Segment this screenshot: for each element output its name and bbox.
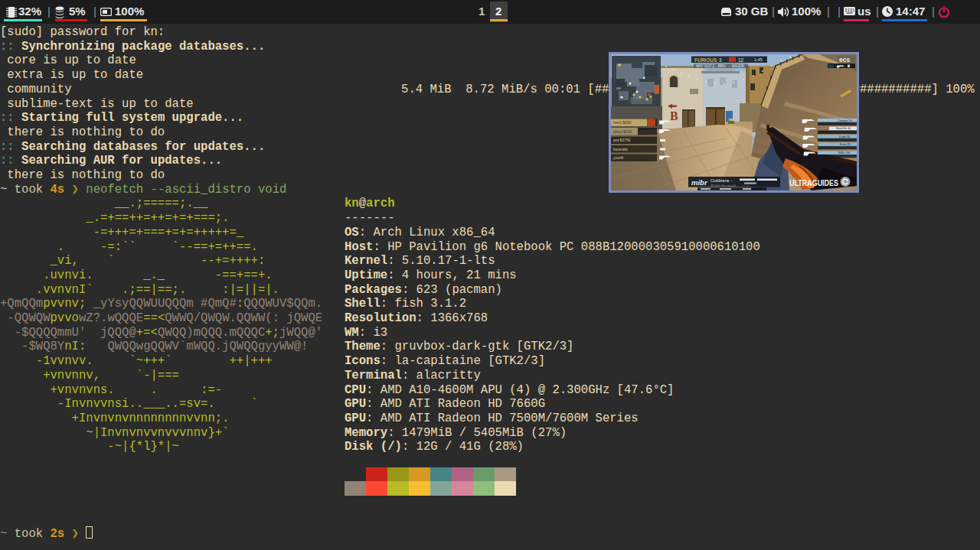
svg-text:hen1 $650: hen1 $650	[613, 120, 632, 125]
svg-text:12: 12	[738, 57, 744, 63]
svg-text:FURIOUS: FURIOUS	[694, 57, 717, 63]
svg-text:Evos 29: Evos 29	[840, 143, 851, 146]
svg-text:ULTRAGUIDES: ULTRAGUIDES	[789, 178, 838, 187]
svg-text:ecs: ecs	[839, 56, 850, 63]
svg-text:Dude 55: Dude 55	[839, 135, 850, 138]
svg-text:Hard life 4k: Hard life 4k	[836, 127, 851, 130]
svg-text:mibr: mibr	[691, 178, 708, 187]
svg-text:MAJOR: MAJOR	[732, 64, 745, 68]
svg-text:3: 3	[719, 57, 722, 63]
svg-text:WRs 180: WRs 180	[838, 151, 851, 155]
svg-text:ableJ $200: ableJ $200	[613, 129, 632, 134]
svg-text:Coldzera -: Coldzera -	[710, 178, 732, 183]
svg-text:Camper 96: Camper 96	[838, 119, 852, 122]
svg-text:kscerato: kscerato	[613, 147, 628, 151]
svg-text:yuurih: yuurih	[613, 155, 624, 160]
svg-text:B: B	[670, 109, 678, 122]
svg-text:BRN: BRN	[718, 64, 726, 68]
svg-text:38 kills this round: 38 kills this round	[710, 184, 736, 187]
svg-text:1:45: 1:45	[754, 57, 763, 62]
svg-text:prd $3750: prd $3750	[613, 138, 631, 142]
svg-text:WAY OUT 2: WAY OUT 2	[696, 64, 715, 68]
